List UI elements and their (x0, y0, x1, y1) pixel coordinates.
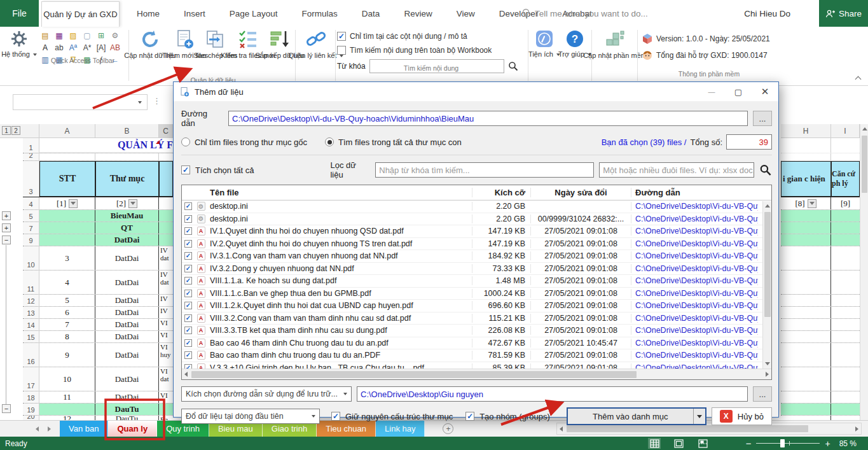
cell[interactable] (781, 307, 831, 318)
group-cell[interactable]: BieuMau (95, 210, 159, 221)
dialog-title-bar[interactable]: Thêm dữ liệu — ▢ ✕ (174, 82, 778, 101)
sheet-row[interactable] (781, 307, 860, 319)
sheet-row[interactable]: 19DauTu (23, 404, 173, 416)
storage-browse-button[interactable]: ... (753, 386, 772, 402)
tab-view[interactable]: View (444, 0, 487, 27)
select-all-corner[interactable] (23, 124, 39, 137)
sheet-row[interactable]: 147DatDaiVI (23, 319, 173, 331)
cell-can-cu-header[interactable]: Căn cứ ph lý (831, 161, 860, 197)
cell[interactable] (831, 271, 860, 294)
tien-ich-button[interactable]: Tiện ích (531, 29, 558, 59)
scroll-up-icon[interactable] (860, 124, 868, 134)
cell-stt-header[interactable]: STT (39, 161, 95, 197)
file-checkbox[interactable] (184, 202, 192, 210)
font-shrink-icon[interactable]: A* (80, 41, 94, 53)
huy-bo-button[interactable]: X Hủy bỏ (712, 407, 772, 425)
cell[interactable]: DatDai (95, 246, 159, 270)
filter-cell[interactable]: [2] (95, 197, 159, 209)
sheet-row[interactable]: 169DatDaiVI huy (23, 343, 173, 367)
scroll-left-icon[interactable] (182, 370, 190, 379)
scroll-right-icon[interactable] (763, 370, 771, 379)
file-table-hscrollbar[interactable] (182, 369, 771, 379)
zoom-out-icon[interactable]: − (746, 438, 752, 449)
cell[interactable] (781, 331, 831, 342)
file-checkbox[interactable] (184, 252, 192, 260)
first-row-dropdown[interactable]: Đổ dữ liệu tại dòng đầu tiên (181, 409, 320, 424)
tab-formulas[interactable]: Formulas (290, 0, 350, 27)
scroll-left-icon[interactable] (557, 424, 565, 433)
cell[interactable] (831, 331, 860, 342)
cell[interactable]: 8 (39, 331, 95, 342)
file-checkbox[interactable] (184, 302, 192, 309)
save-icon[interactable]: ▦ (52, 29, 66, 41)
col-header-duong-dan[interactable]: Đường dẫn (631, 188, 758, 197)
file-checkbox[interactable] (184, 351, 192, 359)
cell[interactable]: 7 (39, 319, 95, 330)
file-row[interactable]: A IV.2.Quyet dinh thu hoi do chuyen nhuo… (182, 238, 771, 251)
close-icon[interactable]: ✕ (752, 82, 778, 101)
cell[interactable]: DatDai (95, 391, 159, 403)
tell-me-box[interactable]: Tell me what you want to do... (521, 0, 648, 27)
keep-structure-checkbox[interactable] (331, 412, 340, 421)
search-icon[interactable] (759, 164, 772, 176)
cell[interactable]: 10 (39, 367, 95, 391)
sheet-row[interactable]: 3STTThư mục (23, 161, 173, 197)
cell[interactable] (831, 343, 860, 367)
extension-input[interactable]: Một hoặc nhiều đuôi files. Ví dụ: xlsx d… (599, 162, 754, 178)
radio-root-folder[interactable] (181, 137, 190, 146)
sheet-row[interactable]: 136DatDaiIV (23, 307, 173, 319)
tab-home[interactable]: Home (125, 0, 172, 27)
maximize-icon[interactable]: ▢ (725, 82, 752, 101)
select-region-icon[interactable]: [A] (94, 41, 108, 53)
storage-path-dropdown[interactable]: Kích chọn đường dẫn sử dụng để lưu trữ..… (181, 386, 352, 402)
sheet-row[interactable] (781, 343, 860, 367)
cell[interactable] (831, 367, 860, 391)
sheet-tab-quan-ly[interactable]: Quan ly (108, 421, 157, 437)
outline-expand-button[interactable]: + (2, 223, 11, 232)
file-checkbox[interactable] (184, 314, 192, 322)
file-checkbox[interactable] (184, 327, 192, 334)
outline-level-2-button[interactable]: 2 (11, 126, 20, 135)
cell[interactable] (781, 391, 831, 403)
page-break-view-icon[interactable] (696, 438, 709, 449)
sheet-row[interactable] (781, 331, 860, 343)
cap-nhat-phan-mem-button[interactable]: Cập nhật phần mềm (595, 29, 635, 60)
tab-insert[interactable]: Insert (172, 0, 217, 27)
cell-thoi-gian-header[interactable]: i gian c hiện (781, 161, 831, 197)
org-chart-icon[interactable]: ⊞ (94, 29, 108, 41)
cell[interactable]: DatDai (95, 307, 159, 318)
briefcase-icon[interactable]: ▤ (38, 29, 52, 41)
sheet-row[interactable] (781, 391, 860, 404)
tab-review[interactable]: Review (392, 0, 444, 27)
column-header-c[interactable]: C (159, 124, 173, 137)
textbox-icon[interactable]: ab (52, 41, 66, 53)
cell[interactable] (781, 246, 831, 270)
cell[interactable] (831, 307, 860, 318)
sheet-row[interactable] (781, 295, 860, 307)
filter-cell[interactable]: [1] (39, 197, 95, 209)
outline-collapse-button[interactable]: − (2, 404, 11, 413)
wrench-icon[interactable]: ⚙ (108, 29, 122, 41)
new-file-icon[interactable]: ▢ (80, 29, 94, 41)
zoom-slider[interactable] (756, 443, 820, 444)
cell[interactable]: 4 (39, 271, 95, 294)
sheet-nav-left-icon[interactable] (36, 426, 39, 432)
group-cell[interactable]: DatDai (95, 234, 159, 246)
scroll-right-icon[interactable] (853, 424, 861, 433)
sheet-row[interactable]: 1QUẢN LÝ F (23, 138, 173, 153)
sheet-row[interactable] (781, 367, 860, 391)
sheet-row[interactable]: 158DatDaiVI (23, 331, 173, 343)
search-workbook-checkbox[interactable] (337, 46, 346, 55)
file-checkbox[interactable] (184, 364, 192, 369)
sheet-row[interactable]: 7QT (23, 222, 173, 234)
file-row[interactable]: A IV.3.1.Cong van tham van chuyen nhuong… (182, 250, 771, 263)
check-all-checkbox[interactable] (181, 165, 190, 174)
file-checkbox[interactable] (184, 290, 192, 297)
file-checkbox[interactable] (184, 240, 192, 248)
file-row[interactable]: ⚙ desktop.ini 2.20 GB C:\OneDrive\Deskto… (182, 200, 771, 213)
cell[interactable] (831, 295, 860, 306)
col-header-ngay-sua-doi[interactable]: Ngày sửa đổi (530, 188, 631, 197)
column-header-h[interactable]: H (781, 124, 831, 137)
file-row[interactable]: A VIII.3.2.Cong van tham van tham dinh n… (182, 313, 771, 325)
cell[interactable]: DatDai (95, 367, 159, 391)
